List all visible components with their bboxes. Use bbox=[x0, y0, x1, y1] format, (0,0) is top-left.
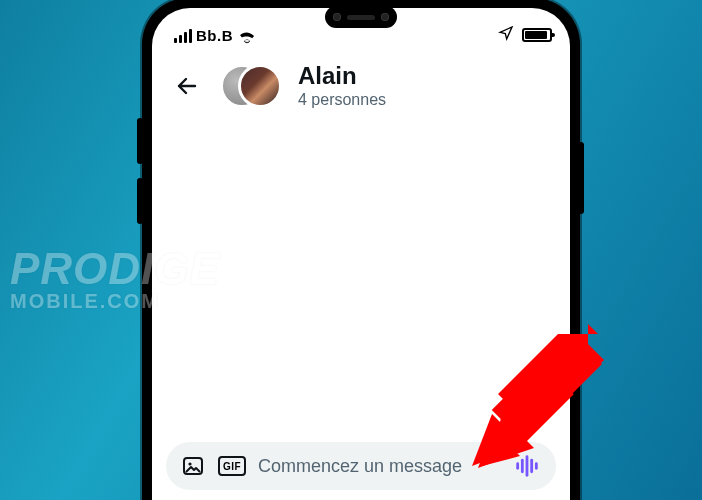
composer-wrap: GIF bbox=[152, 432, 570, 500]
back-button[interactable] bbox=[170, 69, 204, 103]
phone-screen: Bb.B bbox=[152, 8, 570, 500]
message-composer[interactable]: GIF bbox=[166, 442, 556, 490]
battery-icon bbox=[522, 28, 552, 42]
location-icon bbox=[498, 25, 514, 44]
group-avatars[interactable] bbox=[220, 62, 282, 110]
message-input[interactable] bbox=[258, 456, 498, 477]
signal-icon bbox=[174, 29, 192, 43]
svg-point-1 bbox=[188, 462, 191, 465]
chat-title-block[interactable]: Alain 4 personnes bbox=[298, 63, 386, 109]
image-icon[interactable] bbox=[180, 453, 206, 479]
chat-header: Alain 4 personnes bbox=[152, 48, 570, 118]
gif-icon[interactable]: GIF bbox=[218, 456, 246, 476]
svg-marker-14 bbox=[588, 344, 604, 360]
stage: Bb.B bbox=[0, 0, 702, 500]
wifi-icon bbox=[237, 28, 257, 44]
phone-notch bbox=[325, 6, 397, 28]
chat-body[interactable] bbox=[152, 118, 570, 432]
phone-frame: Bb.B bbox=[142, 0, 580, 500]
voice-message-button[interactable] bbox=[510, 449, 544, 483]
avatar bbox=[238, 64, 282, 108]
chat-subtitle: 4 personnes bbox=[298, 91, 386, 109]
carrier-label: Bb.B bbox=[196, 27, 233, 44]
chat-title: Alain bbox=[298, 63, 386, 89]
